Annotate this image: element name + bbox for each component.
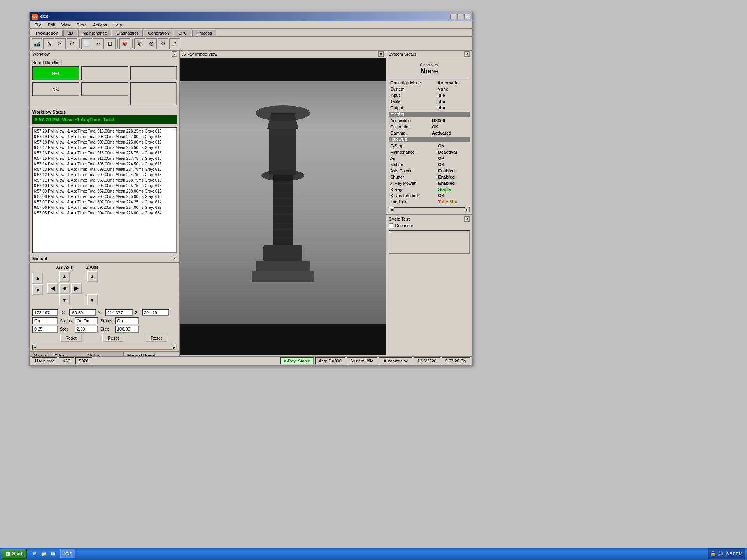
status-scroll-left[interactable]: ◀ xyxy=(389,207,394,212)
mode-selector[interactable]: Automatic xyxy=(382,358,409,364)
status-z-input[interactable] xyxy=(115,317,139,324)
xy-center-button[interactable]: ⊕ xyxy=(59,283,70,294)
board-cell-empty1 xyxy=(81,66,128,80)
minor-down-button[interactable]: ▼ xyxy=(32,284,43,295)
toolbar-btn-8[interactable]: ⊕ xyxy=(134,38,145,49)
workflow-close-button[interactable]: × xyxy=(172,51,177,57)
manual-panel: Manual × ▲ ▼ X/Y Axis xyxy=(30,255,179,351)
toolbar-btn-xray[interactable]: ☢ xyxy=(119,38,130,49)
z-controls: ▲ ▼ xyxy=(87,271,98,305)
board-cell-n1[interactable]: N+1 xyxy=(32,66,79,80)
toolbar-btn-11[interactable]: ↗ xyxy=(169,38,180,49)
step-xy-input[interactable] xyxy=(75,326,98,332)
tab-maintenance[interactable]: Maintenance xyxy=(78,30,111,36)
z-up-button[interactable]: ▲ xyxy=(87,271,98,282)
on-status-input[interactable] xyxy=(32,317,58,324)
axis-power-label: Axis Power xyxy=(389,168,437,174)
tab-process[interactable]: Process xyxy=(192,30,216,36)
gamma-label: Gamma xyxy=(389,130,430,136)
menu-view[interactable]: View xyxy=(58,22,74,28)
air-row: Air OK xyxy=(389,155,470,161)
cycle-test-header: Cycle Test × xyxy=(389,216,470,222)
toolbar-btn-6[interactable]: ↔ xyxy=(93,38,104,49)
xray-panel-close-button[interactable]: × xyxy=(378,51,384,57)
xy-left-button[interactable]: ◀ xyxy=(47,283,58,294)
toolbar-btn-10[interactable]: ⚙ xyxy=(158,38,168,49)
table-value: idle xyxy=(436,98,470,105)
scroll-left-button[interactable]: ◀ xyxy=(33,345,37,350)
maint-value: Deactivat xyxy=(437,149,470,155)
menu-actions[interactable]: Actions xyxy=(90,22,110,28)
tab-3d[interactable]: 3D xyxy=(63,30,77,36)
toolbar-btn-3[interactable]: ✂ xyxy=(55,38,66,49)
y-position-input[interactable] xyxy=(105,309,133,316)
bolt-image xyxy=(244,98,322,331)
toolbar-btn-5[interactable]: ⬜ xyxy=(81,38,92,49)
xray-interlock-row: X-Ray Interlock OK xyxy=(389,192,470,199)
board-cell-nm1[interactable]: N-1 xyxy=(32,82,79,96)
toolbar-btn-2[interactable]: 🖨 xyxy=(43,38,54,49)
left-position-input[interactable] xyxy=(32,309,58,316)
x-position-input[interactable] xyxy=(69,309,96,316)
toolbar: 📷 🖨 ✂ ↩ ⬜ ↔ ⊞ ☢ ⊕ ⊗ ⚙ ↗ xyxy=(30,37,472,51)
toolbar-btn-7[interactable]: ⊞ xyxy=(105,38,116,49)
gamma-row: Gamma Activated xyxy=(389,130,470,136)
xy-up-button[interactable]: ▲ xyxy=(59,271,70,282)
reset-button-1[interactable]: Reset xyxy=(60,334,82,342)
menu-edit[interactable]: Edit xyxy=(45,22,58,28)
menu-file[interactable]: File xyxy=(32,22,45,28)
estop-row: E-Stop OK xyxy=(389,143,470,149)
xray-power-value: Enabled xyxy=(437,180,470,186)
status-acq: Acq: DX000 xyxy=(315,357,345,364)
status-scroll-right[interactable]: ▶ xyxy=(465,207,469,212)
workflow-status-display: 6:57:20 PM; View: -1 AcqTime: Total xyxy=(32,115,177,124)
step-z-input[interactable] xyxy=(115,326,139,332)
z-position-input[interactable] xyxy=(142,309,169,316)
tab-spc[interactable]: SPC xyxy=(174,30,191,36)
cycle-test-close-button[interactable]: × xyxy=(464,216,470,222)
reset-button-2[interactable]: Reset xyxy=(102,334,124,342)
status-user: User: root xyxy=(32,357,57,364)
tab-production[interactable]: Production xyxy=(32,30,63,36)
step-025-input[interactable] xyxy=(32,326,58,332)
workflow-log-area[interactable]: 6:57:20 PM; View: -1 AcqTime: Total 913.… xyxy=(32,127,177,253)
status-horizontal-scrollbar[interactable]: ◀ ▶ xyxy=(389,207,470,212)
manual-close-button[interactable]: × xyxy=(172,256,177,261)
log-line-14: 6:57:06 PM; View: -1 AcqTime: Total 896.… xyxy=(34,205,175,210)
reset-button-3[interactable]: Reset xyxy=(146,334,168,342)
tab-generation[interactable]: Generation xyxy=(144,30,173,36)
status-xy-input[interactable] xyxy=(75,317,98,324)
toolbar-btn-9[interactable]: ⊗ xyxy=(146,38,157,49)
horizontal-scrollbar[interactable]: ◀ ▶ xyxy=(32,345,177,350)
step-label: Step xyxy=(60,327,72,331)
minor-up-button[interactable]: ▲ xyxy=(32,273,43,284)
toolbar-btn-4[interactable]: ↩ xyxy=(67,38,77,49)
scroll-right-button[interactable]: ▶ xyxy=(172,345,177,350)
empty-tl xyxy=(47,271,58,282)
xy-right-button[interactable]: ▶ xyxy=(71,283,82,294)
interlock-value: Tube Shu xyxy=(437,199,470,205)
op-mode-label: Operation Mode xyxy=(389,80,436,86)
minimize-button[interactable]: _ xyxy=(450,14,456,19)
z-down-button[interactable]: ▼ xyxy=(87,294,98,305)
xy-controls: ▲ ◀ ⊕ ▶ ▼ xyxy=(47,271,82,305)
input-value: idle xyxy=(436,92,470,98)
hardware-section-divider: Hardware xyxy=(389,137,470,142)
system-status-title: System Status xyxy=(389,52,416,56)
system-status-close-button[interactable]: × xyxy=(464,51,470,57)
imaging-section-divider: Imaging xyxy=(389,112,470,117)
xy-down-button[interactable]: ▼ xyxy=(59,294,70,305)
continues-checkbox[interactable] xyxy=(389,223,393,228)
tab-diagnostics[interactable]: Diagnostics xyxy=(112,30,143,36)
xray-value: Stable xyxy=(437,186,470,192)
title-bar: X3S X3S _ □ × xyxy=(30,12,472,21)
output-label: Output xyxy=(389,105,436,111)
estop-value: OK xyxy=(437,143,470,149)
menu-help[interactable]: Help xyxy=(110,22,125,28)
toolbar-btn-1[interactable]: 📷 xyxy=(32,38,42,49)
status-xray: X-Ray: Stable xyxy=(280,357,314,364)
menu-extra[interactable]: Extra xyxy=(74,22,90,28)
close-button[interactable]: × xyxy=(464,14,470,19)
maximize-button[interactable]: □ xyxy=(457,14,463,19)
board-cell-empty3 xyxy=(81,82,128,96)
